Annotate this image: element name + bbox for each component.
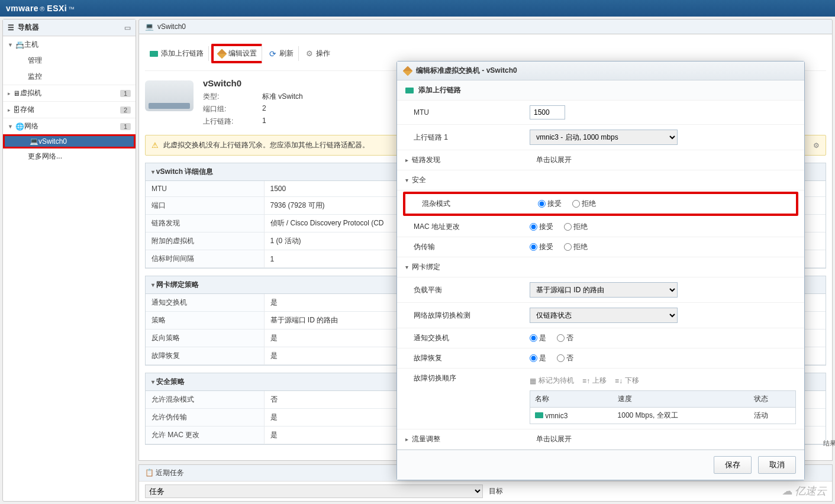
- forged-accept[interactable]: 接受: [530, 242, 553, 252]
- dialog-security-section[interactable]: 安全: [397, 170, 804, 190]
- nav-host-monitor[interactable]: 监控: [3, 69, 136, 85]
- nic-icon: [535, 412, 543, 418]
- dialog-failback-row: 故障恢复 是 否: [397, 348, 804, 369]
- dialog-promiscuous-row: 混杂模式 接受 拒绝: [405, 194, 796, 214]
- task-filter-task[interactable]: 任务: [145, 484, 483, 498]
- refresh-icon: [269, 49, 276, 59]
- edit-settings-button[interactable]: 编辑设置: [211, 44, 262, 63]
- summary-info: vSwitch0 类型:标准 vSwitch 端口组:2 上行链路:1: [203, 78, 345, 128]
- summary-title: vSwitch0: [203, 78, 345, 91]
- list-icon: ☰: [8, 24, 14, 32]
- dialog-notify-row: 通知交换机 是 否: [397, 328, 804, 348]
- brand-logo: vmware® ESXi™: [6, 4, 75, 13]
- nic-icon: [405, 88, 414, 93]
- results-label: 结果: [823, 439, 835, 448]
- macchange-accept[interactable]: 接受: [530, 222, 553, 232]
- navigator-panel: ☰ 导航器 ▭ ▼📇 主机 管理 监控 ▸🖥 虚拟机 1 ▸🗄 存储 2 ▼🌐 …: [2, 19, 136, 502]
- failback-no[interactable]: 否: [557, 353, 573, 363]
- promiscuous-reject[interactable]: 拒绝: [572, 199, 596, 209]
- nic-row[interactable]: vmnic3 1000 Mbps, 全双工 活动: [530, 408, 796, 424]
- notify-yes[interactable]: 是: [530, 333, 546, 343]
- mark-standby-button[interactable]: ▦ 标记为待机: [530, 376, 574, 386]
- macchange-reject[interactable]: 拒绝: [564, 222, 588, 232]
- navigator-header: ☰ 导航器 ▭: [3, 20, 136, 36]
- actions-button[interactable]: 操作: [301, 46, 335, 61]
- warning-icon: [151, 141, 159, 150]
- dialog-nic-section[interactable]: 网卡绑定: [397, 257, 804, 277]
- gear-icon: [306, 49, 313, 58]
- cancel-button[interactable]: 取消: [758, 456, 796, 474]
- faildetect-select[interactable]: 仅链路状态: [530, 308, 678, 323]
- nav-host[interactable]: ▼📇 主机: [3, 36, 136, 53]
- warning-text: 此虚拟交换机没有上行链路冗余。您应添加其他上行链路适配器。: [163, 140, 369, 150]
- alert-gear-icon[interactable]: ⚙: [813, 141, 820, 150]
- edit-vswitch-dialog: 编辑标准虚拟交换机 - vSwitch0 添加上行链路 MTU 上行链路 1 v…: [396, 61, 805, 480]
- nav-vm[interactable]: ▸🖥 虚拟机 1: [3, 85, 136, 101]
- add-uplink-button[interactable]: 添加上行链路: [145, 46, 209, 61]
- dialog-link-discovery[interactable]: 链路发现 单击以展开: [397, 150, 804, 170]
- refresh-button[interactable]: 刷新: [265, 46, 299, 61]
- nav-host-manage[interactable]: 管理: [3, 53, 136, 69]
- forged-reject[interactable]: 拒绝: [564, 242, 588, 252]
- pencil-icon: [217, 49, 227, 59]
- nav-vswitch0[interactable]: 💻 vSwitch0: [3, 134, 136, 148]
- topbar: vmware® ESXi™: [0, 0, 835, 17]
- page-title: vSwitch0: [157, 22, 186, 31]
- dialog-macchange-row: MAC 地址更改 接受 拒绝: [397, 217, 804, 237]
- dialog-loadbalance-row: 负载平衡 基于源端口 ID 的路由: [397, 277, 804, 303]
- dialog-traffic-shaping[interactable]: 流量调整 单击以展开: [397, 429, 804, 450]
- dialog-title: 编辑标准虚拟交换机 - vSwitch0: [397, 62, 804, 80]
- watermark: ☁ 亿速云: [782, 484, 827, 498]
- dialog-uplink-row: 上行链路 1 vmnic3 - 启动, 1000 mbps: [397, 125, 804, 150]
- dialog-failorder-row: 故障切换顺序 ▦ 标记为待机 ≡↑ 上移 ≡↓ 下移 名称速度状态 vmnic3…: [397, 369, 804, 429]
- dialog-footer: 保存 取消: [397, 450, 804, 480]
- pencil-icon: [403, 66, 413, 76]
- uplink-select[interactable]: vmnic3 - 启动, 1000 mbps: [530, 130, 678, 145]
- switch-thumbnail: [145, 80, 194, 111]
- move-down-button[interactable]: ≡↓ 下移: [615, 376, 639, 386]
- move-up-button[interactable]: ≡↑ 上移: [582, 376, 607, 386]
- collapse-icon[interactable]: ▭: [124, 24, 131, 32]
- dialog-faildetect-row: 网络故障切换检测 仅链路状态: [397, 303, 804, 328]
- save-button[interactable]: 保存: [714, 456, 752, 474]
- breadcrumb: 💻 vSwitch0: [138, 19, 833, 34]
- promiscuous-accept[interactable]: 接受: [538, 199, 562, 209]
- failback-yes[interactable]: 是: [530, 353, 546, 363]
- nav-storage[interactable]: ▸🗄 存储 2: [3, 101, 136, 118]
- nic-icon: [150, 51, 158, 57]
- loadbalance-select[interactable]: 基于源端口 ID 的路由: [530, 282, 678, 298]
- task-col-target: 目标: [489, 486, 503, 496]
- dialog-mtu-row: MTU: [397, 101, 804, 125]
- nav-network[interactable]: ▼🌐 网络 1: [3, 118, 136, 134]
- nav-more-networks[interactable]: 更多网络...: [3, 148, 136, 164]
- mtu-input[interactable]: [530, 105, 565, 119]
- failover-toolbar: ▦ 标记为待机 ≡↑ 上移 ≡↓ 下移: [530, 373, 796, 390]
- failover-nic-table: 名称速度状态 vmnic3 1000 Mbps, 全双工 活动: [530, 390, 796, 424]
- dialog-add-uplink[interactable]: 添加上行链路: [397, 80, 804, 101]
- cloud-icon: ☁: [782, 484, 792, 497]
- navigator-title: 导航器: [18, 22, 39, 33]
- notify-no[interactable]: 否: [557, 333, 573, 343]
- dialog-forged-row: 伪传输 接受 拒绝: [397, 237, 804, 257]
